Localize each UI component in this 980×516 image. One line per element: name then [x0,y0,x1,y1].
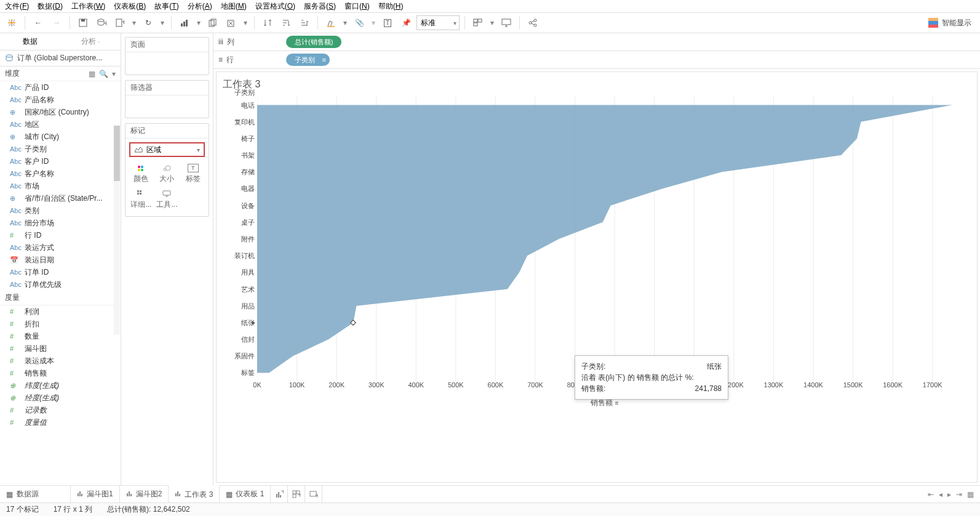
field-item[interactable]: Abc产品 ID [0,81,121,94]
new-datasource-icon[interactable]: + [94,15,110,31]
field-item[interactable]: Abc订单优先级 [0,278,121,291]
marks-size[interactable]: 大小 [154,161,180,187]
field-item[interactable]: #度量值 [0,416,121,429]
datasource-item[interactable]: 订单 (Global Superstore... [0,50,121,67]
columns-pill[interactable]: 总计(销售额) [286,36,341,48]
sheet-tab[interactable]: 漏斗图1 [71,486,120,502]
field-item[interactable]: ⊕纬度(生成) [0,379,121,392]
refresh-icon[interactable]: ↻ [140,15,156,31]
field-item[interactable]: Abc类别 [0,204,121,217]
field-item[interactable]: ⊕省/市/自治区 (State/Pr... [0,192,121,204]
field-item[interactable]: Abc装运方式 [0,241,121,254]
share-icon[interactable] [525,15,541,31]
menu-item[interactable]: 数据(D) [38,1,63,12]
marks-tooltip[interactable]: 工具... [154,187,180,212]
field-item[interactable]: Abc客户名称 [0,167,121,180]
dropdown-icon[interactable]: ▾ [370,15,377,31]
dropdown-icon[interactable]: ▾ [195,15,202,31]
field-item[interactable]: 📅装运日期 [0,254,121,266]
rows-shelf[interactable]: ≡行 子类别 [213,51,980,69]
field-item[interactable]: #装运成本 [0,355,121,367]
dropdown-icon[interactable]: ▾ [242,15,249,31]
field-item[interactable]: #数量 [0,330,121,342]
sort-swap-icon[interactable] [260,15,276,31]
dropdown-icon[interactable]: ▾ [130,15,138,31]
forward-icon[interactable]: → [49,15,65,31]
field-item[interactable]: Abc子类别 [0,143,121,155]
dropdown-icon[interactable]: ▾ [488,15,496,31]
sort-desc-icon[interactable] [297,15,313,31]
menu-item[interactable]: 仪表板(B) [114,1,146,12]
show-me-button[interactable]: 智能显示 [923,18,976,28]
text-label-icon[interactable]: T [380,15,396,31]
menu-item[interactable]: 设置格式(O) [255,1,295,12]
swap-icon[interactable] [177,15,193,31]
next-icon[interactable]: ▸ [947,490,951,499]
new-story-icon[interactable]: + [305,486,322,502]
fit-select[interactable]: 标准 [416,15,460,30]
highlight-icon[interactable] [323,15,339,31]
field-item[interactable]: Abc客户 ID [0,155,121,167]
field-item[interactable]: #销售额 [0,367,121,379]
field-item[interactable]: ⊕国家/地区 (Country) [0,106,121,118]
menu-item[interactable]: 故事(T) [154,1,178,12]
field-item[interactable]: Abc地区 [0,118,121,131]
menu-item[interactable]: 窗口(N) [345,1,370,12]
filters-shelf[interactable]: 筛选器 [125,80,209,118]
field-item[interactable]: ⊕经度(生成) [0,392,121,404]
field-item[interactable]: #记录数 [0,404,121,416]
pin-icon[interactable]: 📌 [398,15,414,31]
pages-shelf[interactable]: 页面 [125,37,209,75]
menu-item[interactable]: 分析(A) [188,1,212,12]
menu-item[interactable]: 文件(F) [5,1,29,12]
data-tab[interactable]: 数据 [0,33,60,50]
marks-detail[interactable]: 详细... [128,187,154,212]
menu-item[interactable]: 地图(M) [221,1,247,12]
save-icon[interactable] [75,15,91,31]
menu-icon[interactable]: ▾ [112,70,116,78]
marks-label[interactable]: T标签 [180,161,206,187]
mark-type-select[interactable]: 区域 [129,142,205,157]
dropdown-icon[interactable]: ▾ [341,15,349,31]
columns-shelf[interactable]: iii列 总计(销售额) [213,33,980,51]
field-item[interactable]: ⊕城市 (City) [0,131,121,143]
presentation-icon[interactable] [498,15,514,31]
field-item[interactable]: #漏斗图 [0,342,121,355]
sheet-tab[interactable]: 工作表 3 [169,485,220,502]
rows-pill[interactable]: 子类别 [286,54,330,66]
field-item[interactable]: #利润 [0,305,121,318]
attach-icon[interactable]: 📎 [351,15,367,31]
menu-item[interactable]: 服务器(S) [304,1,336,12]
menu-item[interactable]: 工作表(W) [71,1,105,12]
dropdown-icon[interactable]: ▾ [159,15,166,31]
back-icon[interactable]: ← [30,15,46,31]
field-item[interactable]: #折扣 [0,318,121,330]
search-icon[interactable]: 🔍 [99,70,108,78]
sort-asc-icon[interactable] [278,15,294,31]
dashboard-tab[interactable]: ▦仪表板 1 [220,486,271,502]
analytics-tab[interactable]: 分析◦ [60,33,121,50]
datasource-tab[interactable]: ▦数据源 [0,486,71,502]
duplicate-icon[interactable] [205,15,221,31]
scrollbar[interactable] [114,126,120,335]
last-icon[interactable]: ⇥ [956,490,962,499]
first-icon[interactable]: ⇤ [928,490,934,499]
new-worksheet-icon[interactable]: + [271,486,288,502]
menu-item[interactable]: 帮助(H) [378,1,404,12]
field-item[interactable]: #行 ID [0,229,121,241]
prev-icon[interactable]: ◂ [939,490,942,499]
marks-color[interactable]: 颜色 [128,161,154,187]
tabs-list-icon[interactable]: ▦ [967,490,974,499]
new-dashboard-icon[interactable]: + [288,486,305,502]
field-item[interactable]: Abc市场 [0,180,121,192]
field-item[interactable]: Abc订单 ID [0,266,121,278]
clear-icon[interactable] [223,15,239,31]
tableau-logo-icon[interactable] [4,15,20,31]
show-cards-icon[interactable] [470,15,486,31]
field-item[interactable]: Abc细分市场 [0,217,121,229]
field-item[interactable]: Abc产品名称 [0,94,121,106]
viz-canvas[interactable]: 工作表 3 0K100K200K300K400K500K600K700K800K… [216,71,978,483]
new-sheet-icon[interactable]: + [112,15,128,31]
sheet-tab[interactable]: 漏斗图2 [120,486,169,502]
view-icon[interactable]: ▦ [89,70,95,78]
